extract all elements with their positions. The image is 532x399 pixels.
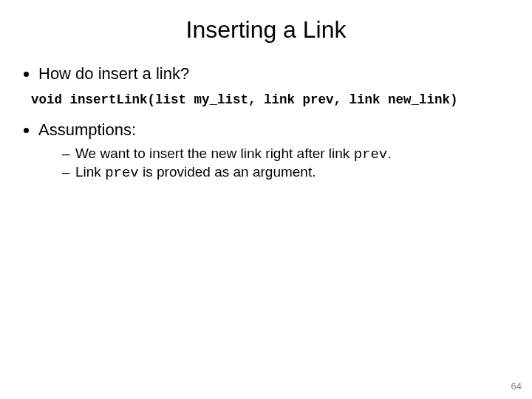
sub2-code: prev <box>105 165 139 181</box>
sub1-pre: We want to insert the new link right aft… <box>75 146 354 161</box>
slide-title: Inserting a Link <box>21 16 511 44</box>
assumptions-label: Assumptions: <box>38 120 136 139</box>
page-number: 64 <box>511 381 522 392</box>
sub-bullet-1: We want to insert the new link right aft… <box>62 146 511 163</box>
sub1-code: prev <box>354 146 388 163</box>
bullet-list-level1-continued: Assumptions: We want to insert the new l… <box>38 120 511 181</box>
sub2-post: is provided as an argument. <box>139 164 316 180</box>
sub1-post: . <box>387 146 391 161</box>
sub-bullet-2: Link prev is provided as an argument. <box>62 164 511 181</box>
code-signature: void insertLink(list my_list, link prev,… <box>31 92 511 107</box>
bullet-assumptions: Assumptions: We want to insert the new l… <box>38 120 511 181</box>
bullet-question: How do insert a link? <box>38 64 511 83</box>
slide: Inserting a Link How do insert a link? v… <box>0 0 532 399</box>
bullet-list-level2: We want to insert the new link right aft… <box>62 146 511 181</box>
sub2-pre: Link <box>75 164 105 180</box>
bullet-list-level1: How do insert a link? <box>38 64 511 83</box>
